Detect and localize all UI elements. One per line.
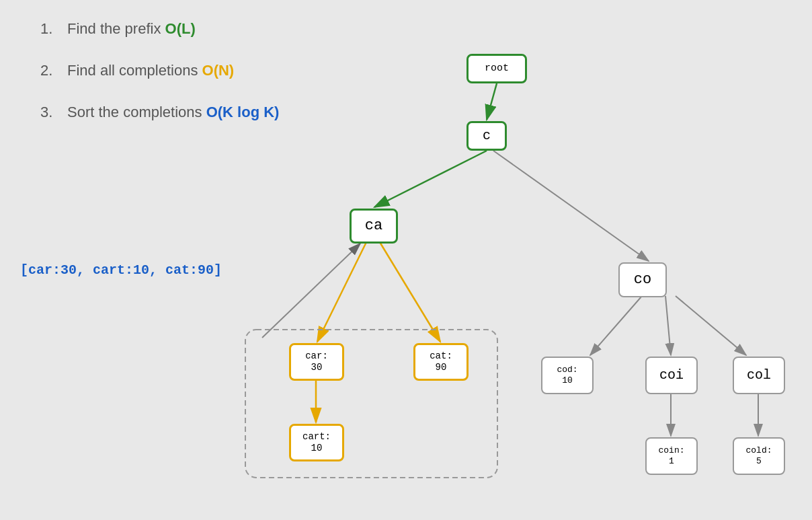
arrow-ca-car — [317, 242, 366, 342]
node-coin: coin: 1 — [645, 437, 698, 475]
node-c: c — [466, 121, 507, 151]
node-car-label: car: 30 — [305, 350, 328, 373]
arrow-c-co — [493, 151, 649, 261]
page: 1. Find the prefix O(L) 2. Find all comp… — [0, 0, 812, 520]
node-cat: cat: 90 — [413, 343, 469, 381]
node-coi-label: coi — [659, 367, 684, 383]
node-coi: coi — [645, 357, 698, 394]
node-cold-label: cold: 5 — [745, 445, 772, 466]
node-ca-label: ca — [365, 217, 382, 235]
node-co-label: co — [634, 271, 651, 289]
node-c-label: c — [483, 128, 491, 144]
arrow-ca-cat — [380, 242, 440, 342]
node-cat-label: cat: 90 — [430, 350, 452, 373]
node-co: co — [618, 262, 667, 297]
arrow-c-ca — [374, 151, 487, 207]
arrow-co-coi — [665, 296, 671, 355]
node-col: col — [733, 357, 785, 394]
arrow-root-c — [487, 83, 497, 120]
arrow-result-ca — [262, 244, 360, 338]
node-ca: ca — [350, 209, 398, 244]
node-cod: cod: 10 — [541, 357, 594, 394]
arrow-co-cod — [590, 296, 642, 355]
arrow-co-col — [676, 296, 746, 355]
node-cart-label: cart: 10 — [302, 431, 331, 454]
node-cod-label: cod: 10 — [557, 365, 577, 385]
node-cold: cold: 5 — [733, 437, 785, 475]
node-root-label: root — [485, 63, 509, 75]
node-col-label: col — [747, 367, 771, 383]
node-cart: cart: 10 — [289, 424, 344, 461]
node-car: car: 30 — [289, 343, 344, 381]
node-coin-label: coin: 1 — [658, 445, 684, 466]
node-root: root — [466, 54, 527, 83]
